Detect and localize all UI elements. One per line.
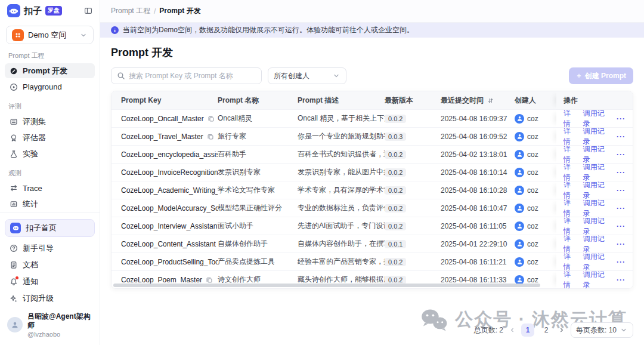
detail-link[interactable]: 详情 — [564, 109, 578, 129]
table-body: CozeLoop_Oncall_Master Oncall精灵 Oncall 精… — [112, 109, 633, 288]
content: Prompt 开发 所有创建人 创建 Prompt — [100, 38, 644, 345]
more-actions-icon[interactable]: ··· — [617, 133, 626, 141]
call-records-link[interactable]: 调用记录 — [583, 234, 611, 254]
banner-text: 当前空间为Demo空间，数据及功能仅用做展示不可运行。体验功能可前往个人或企业空… — [123, 25, 414, 35]
call-records-link[interactable]: 调用记录 — [583, 127, 611, 147]
detail-link[interactable]: 详情 — [564, 198, 578, 218]
app-window: 扣子 罗盘 Demo 空间 Prompt 工程 Prompt 开发 — [0, 0, 644, 345]
sidebar-item-evaluator[interactable]: 评估器 — [5, 130, 95, 145]
call-records-link[interactable]: 调用记录 — [583, 198, 611, 218]
sidebar-item-label: Playground — [23, 82, 62, 91]
copy-icon[interactable] — [205, 276, 213, 284]
prompt-name: 旅行专家 — [218, 131, 298, 141]
call-records-link[interactable]: 调用记录 — [583, 252, 611, 272]
detail-link[interactable]: 详情 — [564, 162, 578, 183]
create-prompt-label: 创建 Prompt — [585, 71, 626, 81]
breadcrumb-parent[interactable]: Prompt 工程 — [111, 6, 150, 16]
sidebar-item-notifications[interactable]: 通知 — [5, 274, 95, 290]
trace-icon — [10, 184, 18, 192]
operations-cell: 详情 调用记录 ··· — [556, 164, 633, 181]
prompt-name: 发票识别专家 — [218, 167, 298, 177]
sidebar-item-guide[interactable]: 新手引导 — [5, 241, 95, 257]
creator-cell: coz — [515, 239, 549, 249]
sidebar-item-upgrade[interactable]: 订阅升级 — [5, 291, 95, 307]
prompt-key: CozeLoop_Oncall_Master — [121, 115, 204, 123]
main-area: Prompt 工程 / Prompt 开发 i 当前空间为Demo空间，数据及功… — [100, 0, 644, 345]
more-actions-icon[interactable]: ··· — [617, 204, 626, 212]
detail-link[interactable]: 详情 — [564, 180, 578, 201]
call-records-link[interactable]: 调用记录 — [583, 216, 611, 236]
call-records-link[interactable]: 调用记录 — [583, 180, 611, 201]
operations-cell: 详情 调用记录 ··· — [556, 271, 633, 288]
sidebar-item-eval-sets[interactable]: 评测集 — [5, 114, 95, 129]
sidebar-item-playground[interactable]: Playground — [5, 79, 95, 94]
creator-name: coz — [527, 133, 538, 141]
more-actions-icon[interactable]: ··· — [617, 115, 626, 123]
create-prompt-button[interactable]: 创建 Prompt — [569, 67, 633, 84]
prompt-key-cell: CozeLoop_Travel_Master — [112, 133, 218, 141]
detail-link[interactable]: 详情 — [564, 234, 578, 254]
detail-link[interactable]: 详情 — [564, 252, 578, 272]
commit-time: 2025-04-02 13:18:01 — [441, 150, 515, 159]
more-actions-icon[interactable]: ··· — [617, 258, 626, 266]
plus-icon — [576, 73, 582, 79]
prompt-description: 学术专家，具有深厚的学术背... — [298, 185, 385, 195]
sidebar-collapse-icon[interactable] — [84, 7, 92, 15]
header-commit-time[interactable]: 最近提交时间 — [441, 96, 515, 106]
sort-icon[interactable] — [486, 96, 494, 104]
page-size-select[interactable]: 每页条数: 10 — [571, 322, 633, 338]
sidebar-item-prompt-dev[interactable]: Prompt 开发 — [5, 63, 95, 78]
more-actions-icon[interactable]: ··· — [617, 222, 626, 230]
more-actions-icon[interactable]: ··· — [617, 276, 626, 284]
more-actions-icon[interactable]: ··· — [617, 186, 626, 195]
prompt-key: CozeLoop_Interview_Assistant — [121, 222, 218, 230]
version-badge: 0.0.2 — [385, 204, 406, 212]
page-button-1[interactable]: 1 — [521, 324, 534, 337]
copy-icon[interactable] — [207, 115, 215, 123]
page-button-2[interactable]: 2 — [540, 324, 553, 337]
notification-dot — [16, 276, 18, 279]
search-input[interactable] — [129, 72, 256, 80]
sidebar-item-docs[interactable]: 文档 — [5, 257, 95, 273]
page-size-value: 每页条数: 10 — [576, 325, 617, 335]
detail-link[interactable]: 详情 — [564, 270, 578, 289]
copy-icon[interactable] — [206, 133, 215, 141]
sidebar-item-trace[interactable]: Trace — [5, 181, 95, 196]
next-page-icon[interactable] — [558, 326, 565, 334]
version-badge: 0.0.2 — [385, 222, 406, 230]
prev-page-icon[interactable] — [509, 326, 516, 334]
chevron-down-icon — [620, 326, 628, 334]
header-creator: 创建人 — [515, 96, 549, 106]
user-profile[interactable]: 吕昭波@Agent架构师 @lvzhaobo — [0, 307, 100, 345]
creator-filter-select[interactable]: 所有创建人 — [268, 67, 346, 84]
more-actions-icon[interactable]: ··· — [617, 240, 626, 248]
search-box[interactable] — [111, 67, 262, 84]
detail-link[interactable]: 详情 — [564, 144, 578, 165]
creator-name: coz — [527, 150, 538, 159]
prompt-name: 模型结果正确性评分 — [218, 203, 298, 213]
sidebar-item-coze-home[interactable]: 扣子首页 — [5, 219, 95, 237]
call-records-link[interactable]: 调用记录 — [583, 109, 611, 129]
more-actions-icon[interactable]: ··· — [617, 168, 626, 177]
sparkle-icon — [10, 294, 18, 303]
operations-cell: 详情 调用记录 ··· — [556, 235, 633, 252]
call-records-link[interactable]: 调用记录 — [583, 162, 611, 183]
detail-link[interactable]: 详情 — [564, 216, 578, 236]
prompt-description: 你是一个专业的旅游规划助手... — [298, 131, 385, 141]
version-badge: 0.0.2 — [385, 276, 406, 284]
workspace-selector[interactable]: Demo 空间 — [6, 26, 94, 45]
creator-name: coz — [527, 204, 538, 212]
coze-home-icon — [10, 223, 21, 233]
commit-time: 2025-04-01 22:29:10 — [441, 240, 515, 248]
sidebar-item-experiment[interactable]: 实验 — [5, 146, 95, 161]
more-actions-icon[interactable]: ··· — [617, 150, 626, 159]
horizontal-scrollbar[interactable] — [113, 284, 540, 287]
sidebar-item-stats[interactable]: 统计 — [5, 197, 95, 212]
call-records-link[interactable]: 调用记录 — [583, 270, 611, 289]
detail-link[interactable]: 详情 — [564, 127, 578, 147]
prompt-key-cell: CozeLoop_Poem_Master — [112, 276, 218, 284]
table-row: CozeLoop_ProductSelling_Tool 产品卖点提炼工具 经验… — [112, 252, 633, 270]
call-records-link[interactable]: 调用记录 — [583, 144, 611, 165]
creator-cell: coz — [515, 150, 549, 159]
prompt-key: CozeLoop_ProductSelling_Tool — [121, 258, 218, 266]
